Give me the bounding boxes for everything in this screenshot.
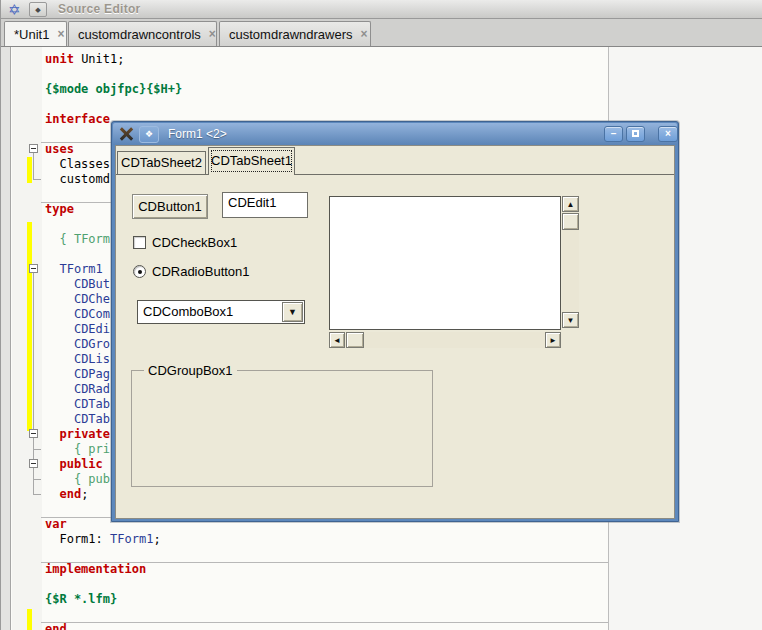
- code-line: unit Unit1;: [45, 52, 124, 67]
- code-line: CDChe: [45, 292, 110, 307]
- modified-line-marker: [27, 222, 32, 431]
- code-line: CDEdi: [45, 322, 110, 337]
- code-token: [45, 397, 74, 411]
- tab-customdrawncontrols[interactable]: customdrawncontrols ×: [68, 21, 217, 46]
- fold-connector: [33, 179, 41, 180]
- code-token: CDCom: [74, 307, 110, 321]
- tab-cdtabsheet2[interactable]: CDTabSheet2: [117, 151, 206, 174]
- maximize-icon: [632, 130, 639, 137]
- code-line: TForm1: [45, 262, 103, 277]
- code-token: [45, 322, 74, 336]
- code-line: CDTab: [45, 412, 110, 427]
- source-editor-window: ✡ ◆ Source Editor *Unit1 × customdrawnco…: [0, 0, 762, 630]
- fold-toggle[interactable]: [29, 459, 38, 468]
- code-token: [45, 337, 74, 351]
- cd-radiobutton[interactable]: [133, 265, 146, 278]
- code-token: { pri: [74, 442, 110, 456]
- code-token: private: [59, 427, 110, 441]
- code-line: CDLis: [45, 352, 110, 367]
- code-line: type: [45, 202, 74, 217]
- code-token: Classes: [45, 157, 110, 171]
- code-token: uses: [45, 142, 74, 156]
- cd-groupbox[interactable]: CDGroupBox1: [131, 370, 433, 487]
- vertical-scrollbar-thumb[interactable]: [562, 213, 579, 230]
- code-line: CDRad: [45, 382, 110, 397]
- tab-cdtabsheet1[interactable]: CDTabSheet1: [208, 147, 295, 175]
- code-line: { pri: [45, 442, 110, 457]
- code-token: CDChe: [74, 292, 110, 306]
- code-token: CDBut: [74, 277, 110, 291]
- cd-listbox[interactable]: [329, 196, 561, 330]
- minimize-button[interactable]: –: [604, 126, 623, 142]
- code-token: [45, 232, 59, 246]
- fold-toggle[interactable]: [29, 144, 38, 153]
- form-titlebar[interactable]: ❖ Form1 <2> – ×: [113, 123, 677, 145]
- code-line: Classes: [45, 157, 110, 172]
- tab-separator: [116, 174, 674, 175]
- code-token: ;: [153, 532, 160, 546]
- cd-radiobutton-label: CDRadioButton1: [152, 264, 250, 279]
- scroll-up-button[interactable]: ▲: [562, 196, 579, 212]
- code-token: [45, 442, 74, 456]
- form-designer-window[interactable]: ❖ Form1 <2> – × CDTabSheet2 CDTabSheet1 …: [111, 121, 679, 522]
- fold-connector: [33, 479, 41, 480]
- editor-menu-button[interactable]: ◆: [29, 2, 47, 17]
- code-line: CDBut: [45, 277, 110, 292]
- cd-groupbox-label: CDGroupBox1: [144, 363, 237, 378]
- code-token: CDTab: [74, 412, 110, 426]
- code-line: CDTab: [45, 397, 110, 412]
- form-client-area: CDTabSheet2 CDTabSheet1 CDButton1 CDEdit…: [115, 145, 675, 519]
- tab-unit1[interactable]: *Unit1 ×: [4, 21, 67, 46]
- minus-icon: [31, 463, 36, 464]
- fold-toggle[interactable]: [29, 429, 38, 438]
- code-token: [45, 412, 74, 426]
- form-window-menu-button[interactable]: ❖: [139, 126, 159, 143]
- tab-label: customdrawndrawers: [229, 27, 353, 42]
- code-line: CDCom: [45, 307, 110, 322]
- fold-toggle[interactable]: [29, 264, 38, 273]
- code-token: interface: [45, 112, 110, 126]
- maximize-button[interactable]: [626, 126, 645, 142]
- code-line: private: [45, 427, 110, 442]
- code-line: end: [45, 622, 67, 630]
- combobox-dropdown-button[interactable]: ▼: [282, 302, 303, 322]
- code-token: CDTab: [74, 397, 110, 411]
- code-line: interface: [45, 112, 110, 127]
- code-token: [45, 382, 74, 396]
- code-token: public: [59, 457, 102, 471]
- code-line: CDPag: [45, 367, 110, 382]
- minus-icon: [31, 268, 36, 269]
- code-token: CDEdi: [74, 322, 110, 336]
- cd-combobox[interactable]: CDComboBox1 ▼: [137, 300, 305, 324]
- tab-customdrawndrawers[interactable]: customdrawndrawers ×: [219, 21, 371, 46]
- code-token: [45, 457, 59, 471]
- scroll-right-button[interactable]: ►: [545, 332, 561, 348]
- code-line: public: [45, 457, 103, 472]
- code-line: { TForm: [45, 232, 110, 247]
- code-line: CDGro: [45, 337, 110, 352]
- form-title: Form1 <2>: [168, 127, 227, 141]
- code-token: var: [45, 517, 67, 531]
- close-icon[interactable]: ×: [209, 27, 216, 41]
- code-token: [45, 367, 74, 381]
- code-token: { TForm: [59, 232, 110, 246]
- code-token: { pub: [74, 472, 110, 486]
- scroll-down-button[interactable]: ▼: [562, 312, 579, 328]
- code-token: [45, 352, 74, 366]
- code-token: type: [45, 202, 74, 216]
- code-line: {$R *.lfm}: [45, 592, 117, 607]
- close-icon[interactable]: ×: [361, 27, 368, 41]
- code-token: TForm1: [59, 262, 102, 276]
- modified-line-marker: [27, 609, 32, 630]
- scroll-left-button[interactable]: ◄: [329, 332, 345, 348]
- code-token: customd: [45, 172, 110, 186]
- close-button[interactable]: ×: [658, 126, 678, 142]
- horizontal-scrollbar-thumb[interactable]: [346, 332, 364, 348]
- code-line: var: [45, 517, 67, 532]
- close-icon[interactable]: ×: [57, 27, 64, 41]
- cd-edit-field[interactable]: CDEdit1: [222, 192, 308, 218]
- cd-button[interactable]: CDButton1: [132, 194, 208, 219]
- cd-checkbox[interactable]: [133, 236, 146, 249]
- source-editor-titlebar[interactable]: ✡ ◆ Source Editor: [1, 0, 762, 19]
- code-token: TForm1: [110, 532, 153, 546]
